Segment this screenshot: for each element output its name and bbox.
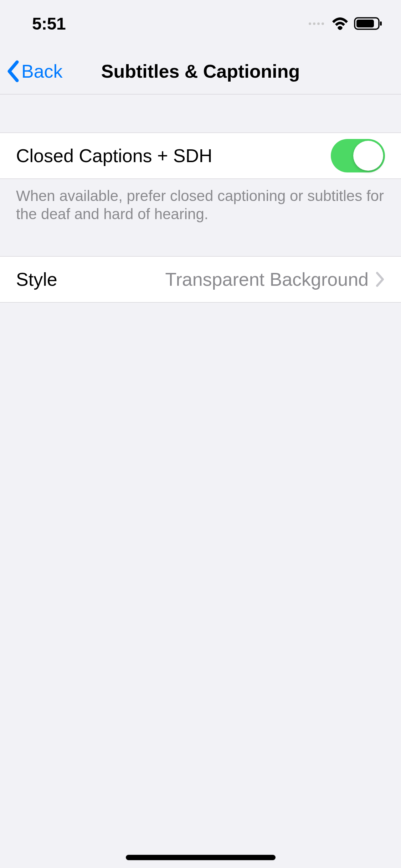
battery-icon (354, 16, 383, 31)
navigation-bar: Back Subtitles & Captioning (0, 47, 401, 94)
group-gap (0, 223, 401, 256)
wifi-icon (331, 17, 349, 30)
closed-captions-row: Closed Captions + SDH (0, 133, 401, 179)
back-label: Back (21, 61, 63, 82)
status-indicators (309, 16, 383, 31)
status-bar: 5:51 (0, 0, 401, 47)
group-spacer (0, 94, 401, 133)
content: Closed Captions + SDH When available, pr… (0, 94, 401, 303)
closed-captions-label: Closed Captions + SDH (16, 145, 212, 166)
closed-captions-toggle[interactable] (331, 139, 385, 172)
style-label: Style (16, 269, 57, 290)
cellular-dots-icon (309, 22, 324, 25)
back-button[interactable]: Back (0, 60, 63, 83)
chevron-left-icon (6, 60, 20, 83)
closed-captions-footer: When available, prefer closed captioning… (0, 179, 401, 223)
svg-rect-1 (356, 20, 374, 27)
status-time: 5:51 (32, 14, 66, 33)
chevron-right-icon (376, 272, 385, 287)
svg-rect-2 (380, 21, 382, 26)
toggle-knob (353, 141, 383, 171)
style-row[interactable]: Style Transparent Background (0, 256, 401, 303)
style-value: Transparent Background (165, 269, 376, 290)
home-indicator (126, 855, 276, 860)
